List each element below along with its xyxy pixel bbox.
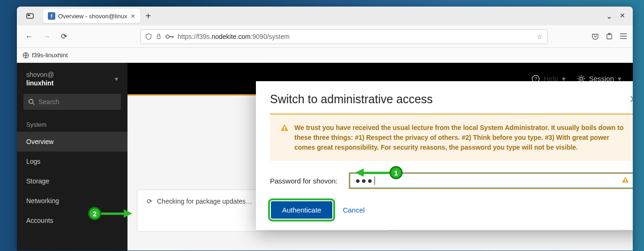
password-value: ●●● — [355, 176, 374, 186]
reload-button[interactable]: ⟳ — [58, 30, 70, 43]
user-at: shovon@ — [26, 70, 54, 79]
app-root: shovon@ linuxhint ▾ Search System Overvi… — [17, 63, 633, 251]
nav-section: System — [17, 117, 127, 132]
svg-rect-12 — [284, 129, 285, 130]
warning-text: We trust you have received the usual lec… — [294, 123, 624, 152]
lock-icon — [156, 33, 162, 39]
shield-icon — [145, 33, 152, 40]
modal-close-icon[interactable]: ✕ — [629, 93, 633, 106]
warning-box: We trust you have received the usual lec… — [270, 114, 633, 161]
back-button[interactable]: ← — [22, 30, 36, 43]
user-host: linuxhint — [26, 79, 53, 87]
search-icon — [28, 99, 35, 105]
url-text: https://f39s.nodekite.com:9090/system — [178, 33, 533, 40]
svg-rect-2 — [157, 36, 160, 39]
cancel-button[interactable]: Cancel — [343, 206, 365, 214]
forward-button: → — [40, 30, 53, 43]
nav-item-logs[interactable]: Logs — [17, 152, 127, 171]
svg-point-10 — [580, 77, 583, 80]
titlebar: f Overview - shovon@linux ✕ + ⌄ ✕ — [17, 7, 633, 25]
bookmark-star-icon[interactable]: ☆ — [537, 33, 543, 40]
urlbar: ← → ⟳ https://f39s.nodekite.com:9090/sys… — [17, 25, 633, 48]
bookmarks-bar: f39s-linuxhint — [17, 48, 633, 63]
nav-item-overview[interactable]: Overview — [17, 132, 127, 152]
nav-item-storage[interactable]: Storage — [17, 171, 127, 191]
favicon-icon: f — [48, 12, 55, 20]
svg-text:?: ? — [534, 76, 537, 82]
pocket-icon[interactable] — [592, 33, 599, 40]
caret-down-icon: ▾ — [115, 75, 118, 83]
auth-modal: Switch to administrative access ✕ We tru… — [256, 81, 633, 230]
tabs-dropdown-icon[interactable]: ⌄ — [606, 12, 612, 21]
search-input[interactable]: Search — [23, 94, 121, 110]
svg-rect-14 — [625, 181, 626, 182]
new-tab-button[interactable]: + — [146, 11, 151, 22]
svg-rect-13 — [625, 179, 626, 181]
url-input[interactable]: https://f39s.nodekite.com:9090/system ☆ — [140, 29, 548, 44]
window-close-icon[interactable]: ✕ — [620, 12, 625, 21]
search-placeholder: Search — [38, 98, 59, 106]
modal-title: Switch to administrative access — [270, 92, 633, 106]
nav-item-accounts[interactable]: Accounts — [17, 211, 127, 230]
password-label: Password for shovon: — [270, 177, 340, 185]
svg-point-7 — [29, 99, 33, 104]
menu-icon[interactable] — [620, 33, 627, 39]
warning-icon — [280, 123, 289, 152]
field-warning-icon — [622, 176, 629, 186]
user-switcher[interactable]: shovon@ linuxhint ▾ — [17, 63, 127, 91]
svg-rect-11 — [284, 127, 285, 129]
svg-rect-1 — [28, 15, 30, 16]
tab-close-icon[interactable]: ✕ — [130, 13, 135, 20]
bookmark-item[interactable]: f39s-linuxhint — [32, 52, 68, 59]
extensions-icon[interactable] — [606, 33, 613, 40]
main-area: ? Help ▾ Session ▾ ⟳ Checking for packag… — [127, 63, 633, 251]
sidebar: shovon@ linuxhint ▾ Search System Overvi… — [17, 63, 127, 251]
password-input[interactable]: ●●● — [349, 172, 633, 189]
svg-point-3 — [166, 35, 169, 38]
nav-item-networking[interactable]: Networking — [17, 191, 127, 211]
browser-window: f Overview - shovon@linux ✕ + ⌄ ✕ ← → ⟳ … — [17, 7, 633, 251]
tab-title: Overview - shovon@linux — [58, 13, 127, 20]
authenticate-button[interactable]: Authenticate — [271, 201, 332, 219]
health-text: Checking for package updates… — [157, 198, 252, 205]
browser-tab[interactable]: f Overview - shovon@linux ✕ — [43, 9, 140, 23]
globe-icon — [22, 52, 29, 59]
spinner-icon: ⟳ — [147, 198, 152, 205]
recent-tabs-icon[interactable] — [24, 10, 36, 22]
key-icon — [165, 34, 174, 39]
